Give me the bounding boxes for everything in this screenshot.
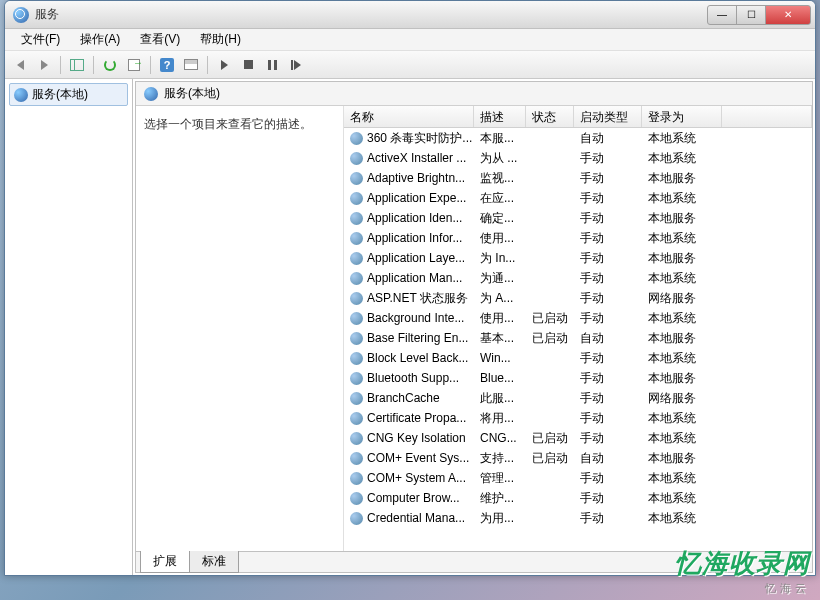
cell-desc: 确定... bbox=[474, 210, 526, 227]
cell-name: 360 杀毒实时防护... bbox=[344, 130, 474, 147]
service-row[interactable]: 360 杀毒实时防护...本服...自动本地系统 bbox=[344, 128, 812, 148]
cell-startup: 手动 bbox=[574, 510, 642, 527]
properties-icon bbox=[184, 59, 198, 70]
cell-desc: 为用... bbox=[474, 510, 526, 527]
menubar: 文件(F) 操作(A) 查看(V) 帮助(H) bbox=[5, 29, 815, 51]
service-icon bbox=[350, 412, 363, 425]
col-description[interactable]: 描述 bbox=[474, 106, 526, 127]
service-icon bbox=[350, 192, 363, 205]
pause-service-button[interactable] bbox=[261, 54, 283, 76]
service-row[interactable]: Application Iden...确定...手动本地服务 bbox=[344, 208, 812, 228]
cell-startup: 手动 bbox=[574, 290, 642, 307]
cell-startup: 手动 bbox=[574, 310, 642, 327]
export-button[interactable] bbox=[123, 54, 145, 76]
properties-button[interactable] bbox=[180, 54, 202, 76]
cell-startup: 手动 bbox=[574, 490, 642, 507]
service-icon bbox=[350, 272, 363, 285]
cell-desc: 维护... bbox=[474, 490, 526, 507]
col-startup[interactable]: 启动类型 bbox=[574, 106, 642, 127]
cell-name: Credential Mana... bbox=[344, 511, 474, 525]
service-icon bbox=[350, 292, 363, 305]
col-name[interactable]: 名称 bbox=[344, 106, 474, 127]
right-pane: 服务(本地) 选择一个项目来查看它的描述。 名称 描述 状态 启动类型 登录为 … bbox=[135, 81, 813, 573]
service-row[interactable]: Application Man...为通...手动本地系统 bbox=[344, 268, 812, 288]
service-row[interactable]: COM+ Event Sys...支持...已启动自动本地服务 bbox=[344, 448, 812, 468]
cell-logon: 本地系统 bbox=[642, 310, 722, 327]
forward-button[interactable] bbox=[33, 54, 55, 76]
service-row[interactable]: Bluetooth Supp...Blue...手动本地服务 bbox=[344, 368, 812, 388]
cell-status: 已启动 bbox=[526, 450, 574, 467]
cell-name: Application Expe... bbox=[344, 191, 474, 205]
tab-extended[interactable]: 扩展 bbox=[140, 551, 190, 573]
back-button[interactable] bbox=[9, 54, 31, 76]
maximize-button[interactable]: ☐ bbox=[736, 5, 766, 25]
cell-logon: 本地系统 bbox=[642, 490, 722, 507]
cell-desc: CNG... bbox=[474, 431, 526, 445]
service-row[interactable]: Block Level Back...Win...手动本地系统 bbox=[344, 348, 812, 368]
cell-name: COM+ System A... bbox=[344, 471, 474, 485]
service-row[interactable]: Application Expe...在应...手动本地系统 bbox=[344, 188, 812, 208]
col-spacer bbox=[722, 106, 812, 127]
service-row[interactable]: Background Inte...使用...已启动手动本地系统 bbox=[344, 308, 812, 328]
menu-file[interactable]: 文件(F) bbox=[11, 29, 70, 50]
service-row[interactable]: Application Infor...使用...手动本地系统 bbox=[344, 228, 812, 248]
cell-desc: 基本... bbox=[474, 330, 526, 347]
stop-icon bbox=[244, 60, 253, 69]
cell-logon: 本地系统 bbox=[642, 270, 722, 287]
cell-desc: 此服... bbox=[474, 390, 526, 407]
service-row[interactable]: CNG Key IsolationCNG...已启动手动本地系统 bbox=[344, 428, 812, 448]
service-row[interactable]: ActiveX Installer ...为从 ...手动本地系统 bbox=[344, 148, 812, 168]
refresh-button[interactable] bbox=[99, 54, 121, 76]
window-controls: — ☐ ✕ bbox=[708, 5, 811, 25]
description-pane: 选择一个项目来查看它的描述。 bbox=[136, 106, 344, 551]
service-icon bbox=[350, 512, 363, 525]
help-button[interactable]: ? bbox=[156, 54, 178, 76]
gear-icon bbox=[144, 87, 158, 101]
cell-name: Application Infor... bbox=[344, 231, 474, 245]
col-logon[interactable]: 登录为 bbox=[642, 106, 722, 127]
menu-action[interactable]: 操作(A) bbox=[70, 29, 130, 50]
service-row[interactable]: Certificate Propa...将用...手动本地系统 bbox=[344, 408, 812, 428]
tree-root-item[interactable]: 服务(本地) bbox=[9, 83, 128, 106]
menu-help[interactable]: 帮助(H) bbox=[190, 29, 251, 50]
service-row[interactable]: Adaptive Brightn...监视...手动本地服务 bbox=[344, 168, 812, 188]
cell-startup: 自动 bbox=[574, 450, 642, 467]
column-headers: 名称 描述 状态 启动类型 登录为 bbox=[344, 106, 812, 128]
titlebar[interactable]: 服务 — ☐ ✕ bbox=[5, 1, 815, 29]
watermark-sub: 忆海云 bbox=[675, 581, 810, 596]
cell-startup: 自动 bbox=[574, 130, 642, 147]
service-row[interactable]: Application Laye...为 In...手动本地服务 bbox=[344, 248, 812, 268]
col-status[interactable]: 状态 bbox=[526, 106, 574, 127]
restart-icon bbox=[291, 60, 301, 70]
minimize-button[interactable]: — bbox=[707, 5, 737, 25]
arrow-left-icon bbox=[17, 60, 24, 70]
cell-desc: 为通... bbox=[474, 270, 526, 287]
tree-root-label: 服务(本地) bbox=[32, 86, 88, 103]
cell-status: 已启动 bbox=[526, 310, 574, 327]
service-row[interactable]: Credential Mana...为用...手动本地系统 bbox=[344, 508, 812, 528]
close-button[interactable]: ✕ bbox=[765, 5, 811, 25]
start-service-button[interactable] bbox=[213, 54, 235, 76]
cell-startup: 手动 bbox=[574, 470, 642, 487]
cell-desc: 监视... bbox=[474, 170, 526, 187]
restart-service-button[interactable] bbox=[285, 54, 307, 76]
service-row[interactable]: ASP.NET 状态服务为 A...手动网络服务 bbox=[344, 288, 812, 308]
menu-view[interactable]: 查看(V) bbox=[130, 29, 190, 50]
cell-logon: 本地服务 bbox=[642, 330, 722, 347]
cell-name: Certificate Propa... bbox=[344, 411, 474, 425]
cell-name: ASP.NET 状态服务 bbox=[344, 290, 474, 307]
service-icon bbox=[350, 472, 363, 485]
service-row[interactable]: COM+ System A...管理...手动本地系统 bbox=[344, 468, 812, 488]
show-hide-tree-button[interactable] bbox=[66, 54, 88, 76]
service-icon bbox=[350, 252, 363, 265]
cell-logon: 本地服务 bbox=[642, 370, 722, 387]
service-row[interactable]: Computer Brow...维护...手动本地系统 bbox=[344, 488, 812, 508]
service-row[interactable]: BranchCache此服...手动网络服务 bbox=[344, 388, 812, 408]
cell-name: Base Filtering En... bbox=[344, 331, 474, 345]
tab-standard[interactable]: 标准 bbox=[189, 551, 239, 573]
refresh-icon bbox=[104, 59, 116, 71]
cell-startup: 自动 bbox=[574, 330, 642, 347]
service-list[interactable]: 360 杀毒实时防护...本服...自动本地系统ActiveX Installe… bbox=[344, 128, 812, 551]
service-row[interactable]: Base Filtering En...基本...已启动自动本地服务 bbox=[344, 328, 812, 348]
stop-service-button[interactable] bbox=[237, 54, 259, 76]
